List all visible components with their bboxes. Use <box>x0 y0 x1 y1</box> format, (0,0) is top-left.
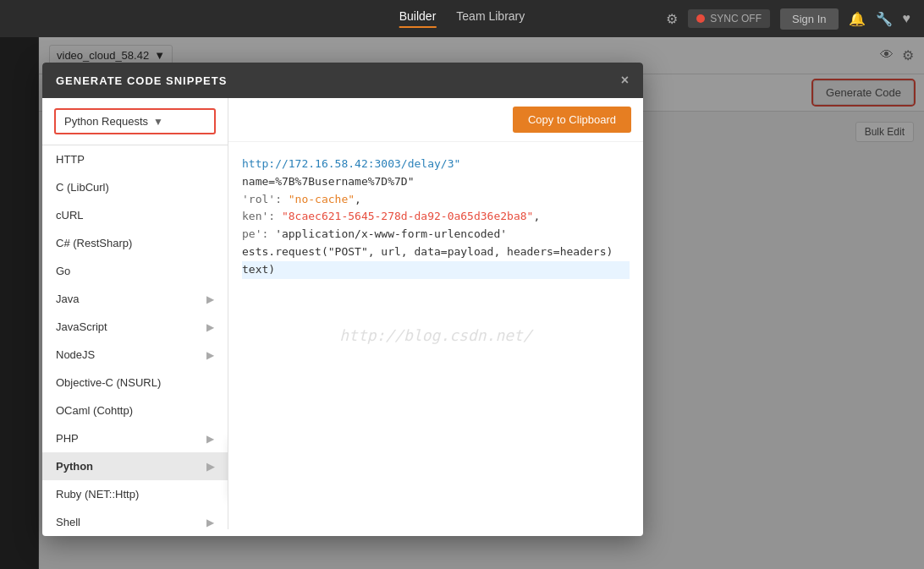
tab-team-library[interactable]: Team Library <box>456 9 525 28</box>
submenu-chevron-icon: ▶ <box>206 517 214 528</box>
modal-title: GENERATE CODE SNIPPETS <box>56 74 227 87</box>
lang-label: Java <box>56 293 79 305</box>
submenu-chevron-icon: ▶ <box>206 321 214 333</box>
nav-tabs: Builder Team Library <box>399 9 525 28</box>
submenu-chevron-icon: ▶ <box>206 433 214 445</box>
lang-item-python[interactable]: Python ▶ http.client (Python 3) Requests <box>42 452 228 480</box>
code-line-5: pe': 'application/x-www-form-urlencoded' <box>242 226 630 243</box>
selector-chevron-icon: ▼ <box>153 116 163 128</box>
bell-icon[interactable]: 🔔 <box>849 11 866 27</box>
generate-code-modal: GENERATE CODE SNIPPETS × Python Requests… <box>42 63 643 536</box>
lang-label: HTTP <box>56 153 85 166</box>
tab-builder[interactable]: Builder <box>399 9 437 28</box>
lang-label: Go <box>56 265 70 277</box>
heart-icon[interactable]: ♥ <box>903 11 911 26</box>
sync-dot <box>696 14 705 23</box>
code-line-4: ken': "8caec621-5645-278d-da92-0a65d36e2… <box>242 208 630 226</box>
signin-button[interactable]: Sign In <box>780 8 838 30</box>
lang-label: Ruby (NET::Http) <box>56 488 139 501</box>
copy-to-clipboard-button[interactable]: Copy to Clipboard <box>513 107 631 133</box>
code-panel: Copy to Clipboard http://172.16.58.42:30… <box>228 98 643 529</box>
modal-header: GENERATE CODE SNIPPETS × <box>42 63 643 98</box>
main-area: video_cloud_58.42 ▼ 👁 ⚙ Params Send ▼ Sa… <box>0 37 924 569</box>
lang-item-ocaml[interactable]: OCaml (Cohttp) <box>42 397 228 424</box>
lang-label: JavaScript <box>56 320 107 333</box>
lang-label: OCaml (Cohttp) <box>56 404 133 417</box>
code-string: "no-cache" <box>289 193 355 205</box>
lang-item-ruby[interactable]: Ruby (NET::Http) <box>42 480 228 508</box>
submenu-chevron-icon: ▶ <box>206 461 214 473</box>
code-url: http://172.16.58.42:3003/delay/3" <box>242 157 460 170</box>
lang-item-go[interactable]: Go <box>42 257 228 285</box>
lang-label: Objective-C (NSURL) <box>56 376 161 389</box>
code-string-token: "8caec621-5645-278d-da92-0a65d36e2ba8" <box>282 210 533 222</box>
lang-label: C (LibCurl) <box>56 181 109 194</box>
modal-close-button[interactable]: × <box>621 73 630 88</box>
lang-item-shell[interactable]: Shell ▶ <box>42 508 228 529</box>
submenu-chevron-icon: ▶ <box>206 349 214 361</box>
sync-button[interactable]: SYNC OFF <box>688 9 770 28</box>
lang-label: Shell <box>56 516 80 528</box>
lang-label: Python <box>56 460 93 473</box>
lang-item-php[interactable]: PHP ▶ <box>42 424 228 452</box>
lang-item-java[interactable]: Java ▶ <box>42 285 228 313</box>
language-list: HTTP C (LibCurl) cURL C# (RestSharp) Go <box>42 145 228 529</box>
lang-label: PHP <box>56 432 79 445</box>
code-toolbar: Copy to Clipboard <box>228 98 643 142</box>
lang-label: cURL <box>56 209 84 222</box>
nav-right: ⚙ SYNC OFF Sign In 🔔 🔧 ♥ <box>666 8 910 30</box>
lang-item-nodejs[interactable]: NodeJS ▶ <box>42 341 228 369</box>
settings-icon[interactable]: ⚙ <box>666 11 678 27</box>
lang-item-javascript[interactable]: JavaScript ▶ <box>42 313 228 341</box>
code-line-7: ests.request("POST", url, data=payload, … <box>242 243 630 261</box>
selected-language-label: Python Requests <box>64 115 148 128</box>
lang-item-c-libcurl[interactable]: C (LibCurl) <box>42 173 228 201</box>
submenu-chevron-icon: ▶ <box>206 293 214 305</box>
code-line-2: name=%7B%7Busername%7D%7D" <box>242 173 630 191</box>
lang-label: C# (RestSharp) <box>56 237 132 249</box>
language-selector: Python Requests ▼ ➜ <box>42 98 228 145</box>
code-line-8: text) <box>242 261 630 279</box>
lang-item-curl[interactable]: cURL <box>42 201 228 229</box>
modal-body: Python Requests ▼ ➜ HTTP <box>42 98 643 529</box>
lang-item-objc[interactable]: Objective-C (NSURL) <box>42 369 228 397</box>
wrench-icon[interactable]: 🔧 <box>876 11 893 27</box>
code-key-token: ken': <box>242 210 282 222</box>
watermark: http://blog.csdn.net/ <box>339 324 532 348</box>
top-nav: Builder Team Library ⚙ SYNC OFF Sign In … <box>0 0 924 37</box>
sync-label: SYNC OFF <box>710 13 762 25</box>
code-line-3: 'rol': "no-cache", <box>242 191 630 209</box>
lang-label: NodeJS <box>56 348 95 361</box>
language-panel: Python Requests ▼ ➜ HTTP <box>42 98 228 529</box>
code-area: http://172.16.58.42:3003/delay/3" name=%… <box>228 142 643 529</box>
language-selector-button[interactable]: Python Requests ▼ <box>54 108 216 134</box>
modal-overlay: GENERATE CODE SNIPPETS × Python Requests… <box>0 37 924 569</box>
code-key: 'rol': <box>242 193 289 205</box>
code-key-type: pe': <box>242 227 275 240</box>
code-line-1: http://172.16.58.42:3003/delay/3" <box>242 156 630 173</box>
lang-item-csharp[interactable]: C# (RestSharp) <box>42 229 228 257</box>
lang-item-http[interactable]: HTTP <box>42 145 228 173</box>
